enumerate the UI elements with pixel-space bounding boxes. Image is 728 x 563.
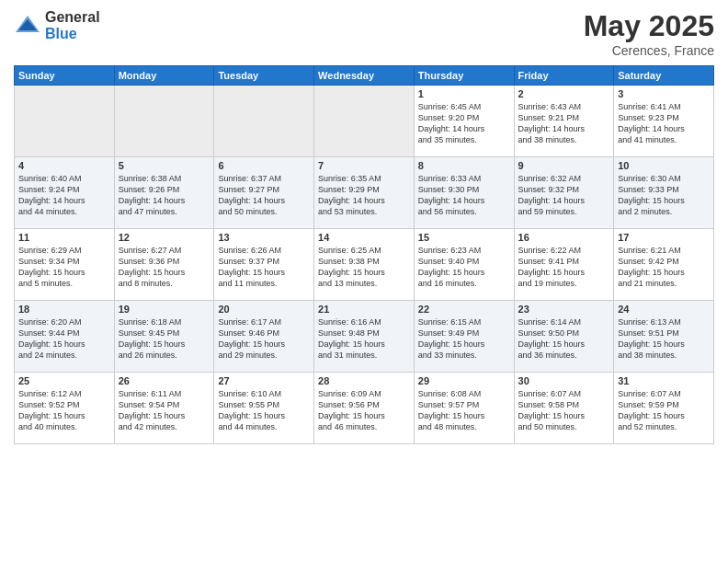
page-header: General Blue May 2025 Cerences, France <box>14 9 714 58</box>
day-info: Sunrise: 6:14 AM Sunset: 9:50 PM Dayligh… <box>518 316 610 362</box>
day-number: 9 <box>518 160 610 171</box>
day-info: Sunrise: 6:13 AM Sunset: 9:51 PM Dayligh… <box>618 316 710 362</box>
day-info: Sunrise: 6:09 AM Sunset: 9:56 PM Dayligh… <box>318 388 410 433</box>
calendar-cell: 10Sunrise: 6:30 AM Sunset: 9:33 PM Dayli… <box>614 157 714 229</box>
day-number: 18 <box>18 304 110 315</box>
title-area: May 2025 Cerences, France <box>584 9 714 58</box>
calendar-cell: 25Sunrise: 6:12 AM Sunset: 9:52 PM Dayli… <box>15 373 115 444</box>
day-info: Sunrise: 6:25 AM Sunset: 9:38 PM Dayligh… <box>318 245 410 290</box>
day-number: 15 <box>418 232 510 243</box>
col-monday: Monday <box>114 66 214 86</box>
col-wednesday: Wednesday <box>314 66 415 86</box>
location-title: Cerences, France <box>584 43 714 58</box>
day-number: 13 <box>218 232 310 243</box>
day-info: Sunrise: 6:29 AM Sunset: 9:34 PM Dayligh… <box>18 245 110 290</box>
calendar-cell: 23Sunrise: 6:14 AM Sunset: 9:50 PM Dayli… <box>514 301 614 373</box>
calendar-cell <box>314 86 415 157</box>
calendar-week-3: 11Sunrise: 6:29 AM Sunset: 9:34 PM Dayli… <box>15 229 714 301</box>
calendar-page: General Blue May 2025 Cerences, France S… <box>0 0 728 563</box>
calendar-week-1: 1Sunrise: 6:45 AM Sunset: 9:20 PM Daylig… <box>15 86 714 157</box>
day-number: 16 <box>518 232 610 243</box>
day-info: Sunrise: 6:40 AM Sunset: 9:24 PM Dayligh… <box>18 173 110 218</box>
day-info: Sunrise: 6:20 AM Sunset: 9:44 PM Dayligh… <box>18 316 110 362</box>
day-info: Sunrise: 6:30 AM Sunset: 9:33 PM Dayligh… <box>618 173 710 218</box>
day-info: Sunrise: 6:26 AM Sunset: 9:37 PM Dayligh… <box>218 245 310 290</box>
calendar-cell: 2Sunrise: 6:43 AM Sunset: 9:21 PM Daylig… <box>514 86 614 157</box>
day-info: Sunrise: 6:27 AM Sunset: 9:36 PM Dayligh… <box>119 245 210 290</box>
day-number: 3 <box>618 88 710 99</box>
day-number: 31 <box>618 375 710 386</box>
calendar-cell: 24Sunrise: 6:13 AM Sunset: 9:51 PM Dayli… <box>614 301 714 373</box>
logo-icon <box>14 12 41 40</box>
day-info: Sunrise: 6:21 AM Sunset: 9:42 PM Dayligh… <box>618 245 710 290</box>
day-info: Sunrise: 6:35 AM Sunset: 9:29 PM Dayligh… <box>318 173 410 218</box>
day-number: 17 <box>618 232 710 243</box>
calendar-cell: 20Sunrise: 6:17 AM Sunset: 9:46 PM Dayli… <box>214 301 314 373</box>
calendar-cell: 3Sunrise: 6:41 AM Sunset: 9:23 PM Daylig… <box>614 86 714 157</box>
day-number: 26 <box>119 375 210 386</box>
month-title: May 2025 <box>584 9 714 43</box>
calendar-cell <box>114 86 214 157</box>
day-info: Sunrise: 6:38 AM Sunset: 9:26 PM Dayligh… <box>119 173 210 218</box>
header-row: Sunday Monday Tuesday Wednesday Thursday… <box>15 66 714 86</box>
calendar-cell: 8Sunrise: 6:33 AM Sunset: 9:30 PM Daylig… <box>414 157 514 229</box>
day-number: 8 <box>418 160 510 171</box>
calendar-cell <box>214 86 314 157</box>
day-number: 27 <box>218 375 310 386</box>
day-number: 14 <box>318 232 410 243</box>
day-info: Sunrise: 6:22 AM Sunset: 9:41 PM Dayligh… <box>518 245 610 290</box>
col-friday: Friday <box>514 66 614 86</box>
day-info: Sunrise: 6:18 AM Sunset: 9:45 PM Dayligh… <box>119 316 210 362</box>
day-number: 24 <box>618 304 710 315</box>
day-number: 11 <box>18 232 110 243</box>
day-info: Sunrise: 6:16 AM Sunset: 9:48 PM Dayligh… <box>318 316 410 362</box>
day-info: Sunrise: 6:11 AM Sunset: 9:54 PM Dayligh… <box>119 388 210 433</box>
calendar-cell: 21Sunrise: 6:16 AM Sunset: 9:48 PM Dayli… <box>314 301 415 373</box>
day-number: 1 <box>418 88 510 99</box>
day-number: 29 <box>418 375 510 386</box>
logo-general: General <box>45 9 100 26</box>
day-number: 2 <box>518 88 610 99</box>
calendar-cell: 18Sunrise: 6:20 AM Sunset: 9:44 PM Dayli… <box>15 301 115 373</box>
day-number: 10 <box>618 160 710 171</box>
day-number: 7 <box>318 160 410 171</box>
calendar-cell: 22Sunrise: 6:15 AM Sunset: 9:49 PM Dayli… <box>414 301 514 373</box>
col-thursday: Thursday <box>414 66 514 86</box>
calendar-cell: 31Sunrise: 6:07 AM Sunset: 9:59 PM Dayli… <box>614 373 714 444</box>
day-number: 21 <box>318 304 410 315</box>
col-tuesday: Tuesday <box>214 66 314 86</box>
day-info: Sunrise: 6:07 AM Sunset: 9:58 PM Dayligh… <box>518 388 610 433</box>
calendar-cell: 26Sunrise: 6:11 AM Sunset: 9:54 PM Dayli… <box>114 373 214 444</box>
calendar-week-4: 18Sunrise: 6:20 AM Sunset: 9:44 PM Dayli… <box>15 301 714 373</box>
day-info: Sunrise: 6:12 AM Sunset: 9:52 PM Dayligh… <box>18 388 110 433</box>
day-info: Sunrise: 6:33 AM Sunset: 9:30 PM Dayligh… <box>418 173 510 218</box>
logo-text: General Blue <box>45 9 100 41</box>
calendar-cell: 30Sunrise: 6:07 AM Sunset: 9:58 PM Dayli… <box>514 373 614 444</box>
calendar-cell: 6Sunrise: 6:37 AM Sunset: 9:27 PM Daylig… <box>214 157 314 229</box>
calendar-cell: 1Sunrise: 6:45 AM Sunset: 9:20 PM Daylig… <box>414 86 514 157</box>
calendar-cell: 7Sunrise: 6:35 AM Sunset: 9:29 PM Daylig… <box>314 157 415 229</box>
day-info: Sunrise: 6:32 AM Sunset: 9:32 PM Dayligh… <box>518 173 610 218</box>
day-info: Sunrise: 6:15 AM Sunset: 9:49 PM Dayligh… <box>418 316 510 362</box>
day-number: 30 <box>518 375 610 386</box>
day-number: 22 <box>418 304 510 315</box>
day-number: 19 <box>119 304 210 315</box>
calendar-cell: 11Sunrise: 6:29 AM Sunset: 9:34 PM Dayli… <box>15 229 115 301</box>
day-info: Sunrise: 6:08 AM Sunset: 9:57 PM Dayligh… <box>418 388 510 433</box>
day-number: 6 <box>218 160 310 171</box>
calendar-cell: 27Sunrise: 6:10 AM Sunset: 9:55 PM Dayli… <box>214 373 314 444</box>
day-number: 20 <box>218 304 310 315</box>
day-number: 23 <box>518 304 610 315</box>
calendar-cell: 12Sunrise: 6:27 AM Sunset: 9:36 PM Dayli… <box>114 229 214 301</box>
calendar-cell <box>15 86 115 157</box>
day-number: 4 <box>18 160 110 171</box>
calendar-cell: 19Sunrise: 6:18 AM Sunset: 9:45 PM Dayli… <box>114 301 214 373</box>
calendar-week-2: 4Sunrise: 6:40 AM Sunset: 9:24 PM Daylig… <box>15 157 714 229</box>
day-number: 25 <box>18 375 110 386</box>
day-info: Sunrise: 6:17 AM Sunset: 9:46 PM Dayligh… <box>218 316 310 362</box>
calendar-cell: 9Sunrise: 6:32 AM Sunset: 9:32 PM Daylig… <box>514 157 614 229</box>
calendar-cell: 16Sunrise: 6:22 AM Sunset: 9:41 PM Dayli… <box>514 229 614 301</box>
calendar-cell: 29Sunrise: 6:08 AM Sunset: 9:57 PM Dayli… <box>414 373 514 444</box>
day-info: Sunrise: 6:37 AM Sunset: 9:27 PM Dayligh… <box>218 173 310 218</box>
day-info: Sunrise: 6:23 AM Sunset: 9:40 PM Dayligh… <box>418 245 510 290</box>
